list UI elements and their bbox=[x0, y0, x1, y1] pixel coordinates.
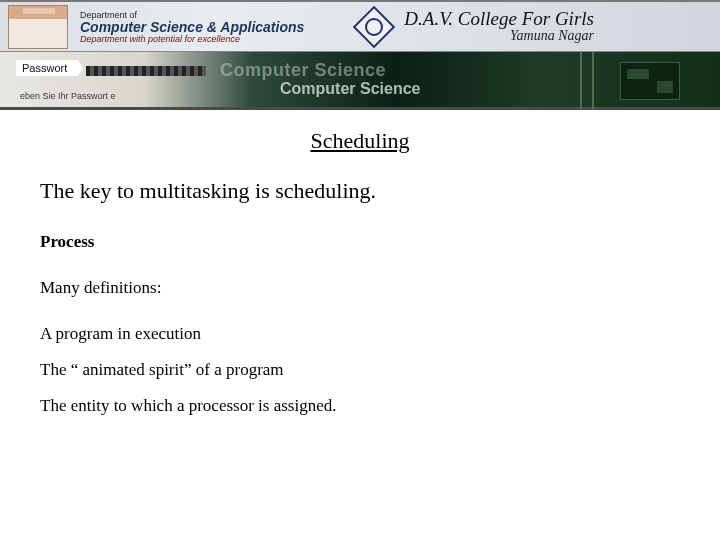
slide-content: Scheduling The key to multitasking is sc… bbox=[0, 110, 720, 416]
college-location: Yamuna Nagar bbox=[404, 28, 594, 44]
building-photo bbox=[8, 5, 68, 49]
department-tagline: Department with potential for excellence bbox=[80, 34, 304, 44]
circuit-chip-icon bbox=[620, 62, 680, 100]
college-name: D.A.V. College For Girls bbox=[404, 9, 594, 28]
lead-sentence: The key to multitasking is scheduling. bbox=[40, 178, 680, 204]
circuit-trace-icon bbox=[570, 52, 610, 110]
banner-strip: Passwort eben Sie Ihr Passwort e Compute… bbox=[0, 52, 720, 110]
college-emblem-icon bbox=[352, 5, 396, 49]
definition-item: A program in execution bbox=[40, 324, 680, 344]
college-block: D.A.V. College For Girls Yamuna Nagar bbox=[404, 9, 594, 44]
section-heading-process: Process bbox=[40, 232, 680, 252]
department-name: Computer Science & Applications bbox=[80, 20, 304, 34]
passwort-tag: Passwort bbox=[16, 60, 83, 76]
definitions-intro: Many definitions: bbox=[40, 278, 680, 298]
department-of-label: Department of bbox=[80, 10, 304, 20]
slide-title: Scheduling bbox=[40, 128, 680, 154]
password-dots-icon bbox=[86, 66, 206, 76]
department-block: Department of Computer Science & Applica… bbox=[80, 10, 304, 44]
banner-text-cs-faint: Computer Science bbox=[220, 60, 386, 81]
banner-text-cs: Computer Science bbox=[280, 80, 420, 98]
definition-item: The entity to which a processor is assig… bbox=[40, 396, 680, 416]
definition-item: The “ animated spirit” of a program bbox=[40, 360, 680, 380]
passwort-subtext: eben Sie Ihr Passwort e bbox=[20, 91, 116, 101]
slide-header: Department of Computer Science & Applica… bbox=[0, 0, 720, 52]
